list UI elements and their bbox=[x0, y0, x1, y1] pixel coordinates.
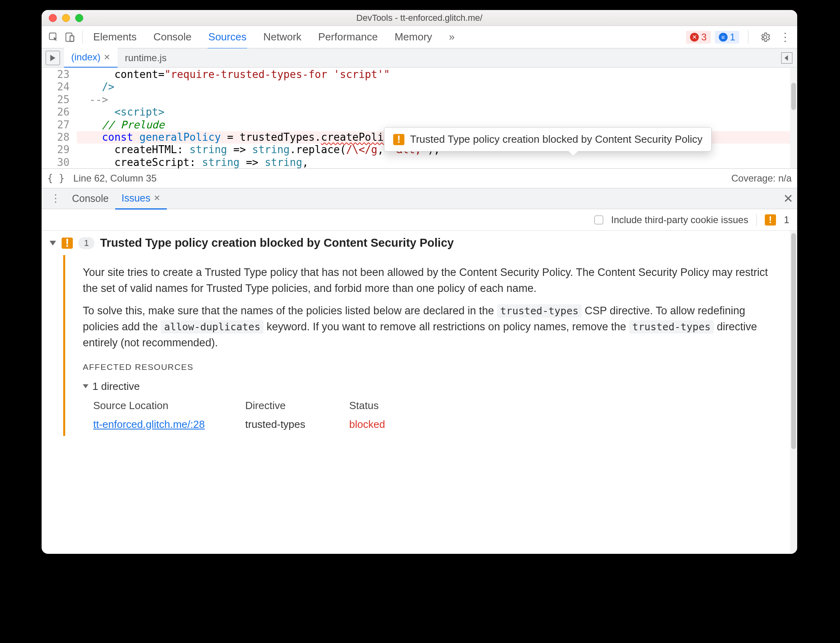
directive-summary: 1 directive bbox=[92, 379, 140, 394]
status-value: blocked bbox=[349, 417, 429, 432]
drawer-tab-bar: ⋮ Console Issues ✕ ✕ bbox=[42, 188, 797, 209]
issues-panel: ! 1 Trusted Type policy creation blocked… bbox=[42, 231, 797, 554]
coverage-status: Coverage: n/a bbox=[731, 173, 792, 184]
error-count: 3 bbox=[701, 32, 706, 43]
error-tooltip: ! Trusted Type policy creation blocked b… bbox=[384, 127, 712, 152]
main-toolbar: Elements Console Sources Network Perform… bbox=[42, 26, 797, 48]
issue-paragraph: To solve this, make sure that the names … bbox=[83, 303, 775, 351]
tooltip-text: Trusted Type policy creation blocked by … bbox=[410, 133, 702, 146]
code-scrollbar[interactable] bbox=[790, 68, 797, 168]
separator bbox=[82, 30, 83, 44]
issue-count-pill: 1 bbox=[78, 237, 94, 249]
panel-tabs: Elements Console Sources Network Perform… bbox=[92, 26, 456, 48]
show-navigator-icon[interactable] bbox=[781, 52, 792, 64]
disclosure-triangle-icon[interactable] bbox=[50, 241, 56, 246]
warning-icon: ! bbox=[393, 134, 404, 145]
message-count: 1 bbox=[730, 32, 735, 43]
cursor-position: Line 62, Column 35 bbox=[73, 173, 156, 184]
inspect-icon[interactable] bbox=[46, 29, 62, 45]
include-third-party-label: Include third-party cookie issues bbox=[611, 214, 748, 226]
tab-memory[interactable]: Memory bbox=[394, 26, 433, 48]
col-directive: Directive bbox=[245, 398, 349, 413]
code-inline: allow-duplicates bbox=[161, 320, 264, 333]
editor-status-bar: { } Line 62, Column 35 Coverage: n/a bbox=[42, 168, 797, 188]
settings-icon[interactable] bbox=[757, 29, 773, 45]
warning-count: 1 bbox=[784, 214, 789, 226]
line-gutter: 2324252627282930 bbox=[42, 68, 74, 168]
tab-network[interactable]: Network bbox=[262, 26, 302, 48]
zoom-window-button[interactable] bbox=[75, 14, 83, 22]
issues-scrollbar[interactable] bbox=[790, 231, 797, 554]
issue-body: Your site tries to create a Trusted Type… bbox=[63, 255, 797, 436]
window-title: DevTools - tt-enforced.glitch.me/ bbox=[42, 13, 797, 23]
warning-icon: ! bbox=[62, 238, 73, 249]
pretty-print-icon[interactable]: { } bbox=[47, 173, 64, 184]
device-toolbar-icon[interactable] bbox=[62, 29, 78, 45]
directive-summary-row[interactable]: 1 directive bbox=[83, 379, 775, 394]
more-tabs-icon[interactable]: » bbox=[448, 26, 455, 48]
tab-sources[interactable]: Sources bbox=[208, 26, 247, 50]
minimize-window-button[interactable] bbox=[62, 14, 70, 22]
file-tab-bar: (index) ✕ runtime.js bbox=[42, 48, 797, 68]
table-row: tt-enforced.glitch.me/:28 trusted-types … bbox=[93, 417, 775, 432]
code-inline: trusted-types bbox=[497, 304, 582, 318]
code-inline: trusted-types bbox=[629, 320, 714, 333]
svg-rect-2 bbox=[70, 36, 74, 41]
issue-paragraph: Your site tries to create a Trusted Type… bbox=[83, 265, 775, 297]
window-controls bbox=[42, 14, 83, 22]
drawer-tab-console[interactable]: Console bbox=[66, 188, 115, 209]
drawer-tab-issues[interactable]: Issues ✕ bbox=[115, 188, 167, 210]
issue-title: Trusted Type policy creation blocked by … bbox=[100, 236, 454, 250]
file-tab-label: runtime.js bbox=[125, 52, 166, 64]
error-count-badge[interactable]: ✕ 3 bbox=[686, 31, 710, 44]
warning-icon: ! bbox=[765, 214, 776, 226]
affected-resources-heading: AFFECTED RESOURCES bbox=[83, 361, 775, 373]
tab-performance[interactable]: Performance bbox=[318, 26, 379, 48]
devtools-window: DevTools - tt-enforced.glitch.me/ Elemen… bbox=[42, 10, 797, 554]
file-tab-label: (index) bbox=[71, 52, 100, 63]
close-icon[interactable]: ✕ bbox=[104, 52, 110, 62]
tab-console[interactable]: Console bbox=[152, 26, 192, 48]
issues-controls: Include third-party cookie issues ! 1 bbox=[42, 209, 797, 231]
affected-resources-table: Source Location Directive Status tt-enfo… bbox=[93, 398, 775, 432]
code-editor[interactable]: 2324252627282930 content="require-truste… bbox=[42, 68, 797, 168]
source-location-link[interactable]: tt-enforced.glitch.me/:28 bbox=[93, 417, 245, 432]
directive-value: trusted-types bbox=[245, 417, 349, 432]
disclosure-triangle-icon[interactable] bbox=[83, 384, 88, 388]
include-third-party-checkbox[interactable] bbox=[594, 216, 603, 224]
message-icon: ≡ bbox=[719, 33, 728, 42]
kebab-menu-icon[interactable]: ⋮ bbox=[50, 192, 61, 205]
separator bbox=[748, 30, 748, 44]
file-tab-index[interactable]: (index) ✕ bbox=[64, 48, 118, 68]
code-lines: content="require-trusted-types-for 'scri… bbox=[77, 68, 797, 168]
drawer-tab-label: Issues bbox=[122, 192, 150, 204]
close-window-button[interactable] bbox=[49, 14, 57, 22]
file-tab-runtime[interactable]: runtime.js bbox=[118, 48, 174, 68]
issue-header[interactable]: ! 1 Trusted Type policy creation blocked… bbox=[42, 231, 797, 255]
tab-elements[interactable]: Elements bbox=[92, 26, 137, 48]
col-source-location: Source Location bbox=[93, 398, 245, 413]
resume-script-icon[interactable] bbox=[46, 51, 60, 65]
close-icon[interactable]: ✕ bbox=[154, 193, 160, 203]
close-drawer-icon[interactable]: ✕ bbox=[783, 192, 793, 206]
error-icon: ✕ bbox=[690, 33, 699, 42]
col-status: Status bbox=[349, 398, 429, 413]
kebab-menu-icon[interactable]: ⋮ bbox=[777, 29, 793, 45]
message-count-badge[interactable]: ≡ 1 bbox=[715, 31, 739, 44]
titlebar: DevTools - tt-enforced.glitch.me/ bbox=[42, 10, 797, 26]
